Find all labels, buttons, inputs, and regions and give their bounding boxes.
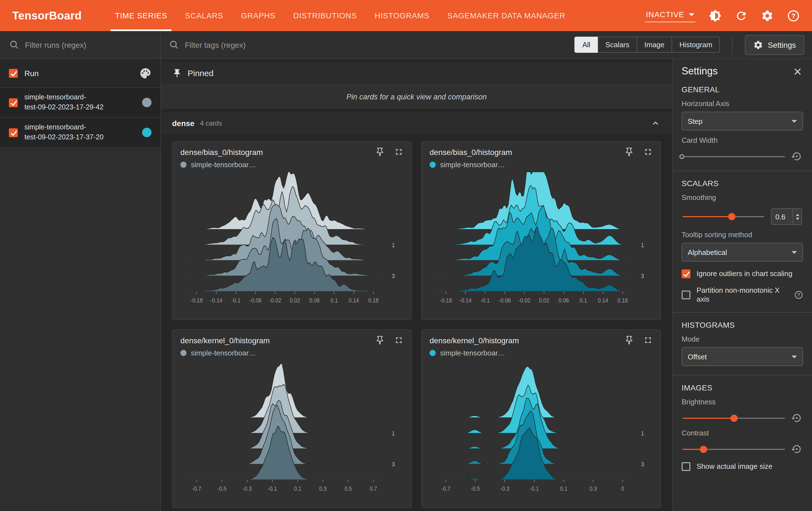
svg-text:0.7: 0.7 <box>370 485 377 492</box>
tab-scalars[interactable]: SCALARS <box>176 0 232 31</box>
brightness-slider[interactable] <box>683 414 785 422</box>
chip-image[interactable]: Image <box>637 37 672 53</box>
reset-icon[interactable] <box>791 444 802 454</box>
show-actual-size-checkbox[interactable]: Show actual image size <box>682 462 803 471</box>
horizontal-axis-select[interactable]: Step <box>682 112 803 131</box>
topbar-actions: INACTIVE <box>645 9 800 22</box>
palette-icon[interactable] <box>139 67 151 79</box>
pin-card-icon[interactable] <box>625 335 634 345</box>
filter-tags-input[interactable] <box>185 40 385 49</box>
checkbox <box>682 290 691 299</box>
pin-card-icon[interactable] <box>375 335 385 345</box>
run-color-dot <box>142 128 151 137</box>
select-all-runs-checkbox[interactable] <box>9 69 18 78</box>
svg-text:0.06: 0.06 <box>310 297 320 303</box>
fullscreen-icon[interactable] <box>394 147 404 157</box>
chip-all[interactable]: All <box>575 37 598 53</box>
svg-text:-0.1: -0.1 <box>481 297 490 303</box>
histogram-chart: 13-0.7-0.5-0.3-0.10.10.30 <box>430 360 653 501</box>
gear-icon[interactable] <box>761 9 774 22</box>
svg-text:-0.14: -0.14 <box>460 297 472 303</box>
run-item[interactable]: simple-tensorboard-test-09-02-2023-17-37… <box>0 118 161 148</box>
legend-run-label: simple-tensorboar… <box>191 161 256 169</box>
filter-runs-input[interactable] <box>25 40 151 49</box>
status-label: INACTIVE <box>646 10 684 19</box>
svg-text:-0.1: -0.1 <box>231 297 241 303</box>
histogram-card: dense/bias_0/histogram simple-tensorboar… <box>172 141 412 320</box>
pin-icon <box>172 68 182 78</box>
reload-status-dropdown[interactable]: INACTIVE <box>645 9 695 22</box>
svg-text:-0.1: -0.1 <box>530 485 539 492</box>
chevron-down-icon <box>791 120 797 123</box>
chip-scalars[interactable]: Scalars <box>598 37 637 53</box>
images-section-label: IMAGES <box>682 383 803 392</box>
tooltip-sorting-label: Tooltip sorting method <box>682 231 803 239</box>
refresh-icon[interactable] <box>735 9 748 22</box>
run-color-dot <box>430 350 436 356</box>
svg-text:0: 0 <box>621 485 624 492</box>
histogram-card: dense/bias_0/histogram simple-tensorboar… <box>421 141 661 320</box>
run-item[interactable]: simple-tensorboard-test-09-02-2023-17-29… <box>0 88 161 118</box>
tab-sagemaker-data-manager[interactable]: SAGEMAKER DATA MANAGER <box>438 0 575 31</box>
legend-run-label: simple-tensorboar… <box>440 161 505 169</box>
run-name: simple-tensorboard-test-09-02-2023-17-37… <box>24 123 136 142</box>
reset-icon[interactable] <box>791 151 802 162</box>
pin-card-icon[interactable] <box>375 147 385 157</box>
card-title: dense/bias_0/histogram <box>180 147 375 156</box>
pinned-empty-message: Pin cards for a quick view and compariso… <box>161 84 672 109</box>
tensorboard-app: TensorBoard TIME SERIES SCALARS GRAPHS D… <box>0 0 812 511</box>
fullscreen-icon[interactable] <box>394 335 404 345</box>
tab-time-series[interactable]: TIME SERIES <box>106 0 176 31</box>
fullscreen-icon[interactable] <box>643 335 653 345</box>
tab-histograms[interactable]: HISTOGRAMS <box>366 0 438 31</box>
svg-text:0.14: 0.14 <box>598 297 608 303</box>
svg-text:1: 1 <box>392 242 395 248</box>
settings-panel: Settings GENERAL Horizontal Axis Step Ca… <box>672 59 812 511</box>
run-checkbox[interactable] <box>9 128 18 137</box>
partition-x-axis-checkbox[interactable]: Partition non-monotonic X axis <box>682 286 803 303</box>
card-width-label: Card Width <box>682 136 803 144</box>
pinned-section-header: Pinned <box>161 62 672 84</box>
chip-histogram[interactable]: Histogram <box>672 37 720 53</box>
divider <box>673 312 812 313</box>
histograms-section-label: HISTOGRAMS <box>682 321 803 329</box>
reset-icon[interactable] <box>791 413 802 423</box>
settings-panel-title: Settings <box>682 65 792 77</box>
svg-text:-0.3: -0.3 <box>242 485 252 492</box>
tab-distributions[interactable]: DISTRIBUTIONS <box>285 0 366 31</box>
help-icon[interactable] <box>794 290 803 299</box>
svg-text:0.1: 0.1 <box>580 297 587 303</box>
main-nav: TIME SERIES SCALARS GRAPHS DISTRIBUTIONS… <box>106 0 574 31</box>
theme-brightness-icon[interactable] <box>709 9 722 22</box>
run-checkbox[interactable] <box>9 98 18 107</box>
brightness-label: Brightness <box>682 398 803 406</box>
chevron-up-icon[interactable] <box>650 118 661 129</box>
dense-section-header[interactable]: dense 4 cards <box>161 112 672 134</box>
cards-grid: dense/bias_0/histogram simple-tensorboar… <box>161 134 672 511</box>
ignore-outliers-checkbox[interactable]: Ignore outliers in chart scaling <box>682 269 803 278</box>
svg-text:0.1: 0.1 <box>560 485 568 492</box>
fullscreen-icon[interactable] <box>643 147 653 157</box>
spinner-icon[interactable] <box>792 209 802 224</box>
smoothing-input[interactable]: 0.6 <box>771 208 802 225</box>
contrast-slider[interactable] <box>683 445 785 453</box>
svg-text:1: 1 <box>641 242 644 248</box>
svg-text:-0.02: -0.02 <box>269 297 281 303</box>
tooltip-sorting-select[interactable]: Alphabetical <box>682 243 803 262</box>
contrast-label: Contrast <box>682 429 803 437</box>
divider <box>673 375 812 375</box>
smoothing-slider[interactable] <box>683 213 764 220</box>
close-icon[interactable] <box>792 66 803 77</box>
histogram-chart: 13-0.7-0.5-0.3-0.10.10.30.50.7 <box>180 360 404 501</box>
pin-card-icon[interactable] <box>625 147 634 157</box>
checkbox <box>682 462 691 471</box>
card-title: dense/kernel_0/histogram <box>180 336 375 345</box>
card-width-slider[interactable] <box>683 153 785 160</box>
svg-text:-0.06: -0.06 <box>499 297 511 303</box>
settings-button[interactable]: Settings <box>745 35 804 55</box>
help-icon[interactable] <box>787 9 800 22</box>
tab-graphs[interactable]: GRAPHS <box>232 0 284 31</box>
histogram-mode-select[interactable]: Offset <box>682 347 803 366</box>
run-color-dot <box>180 162 186 168</box>
run-color-dot <box>180 350 186 356</box>
